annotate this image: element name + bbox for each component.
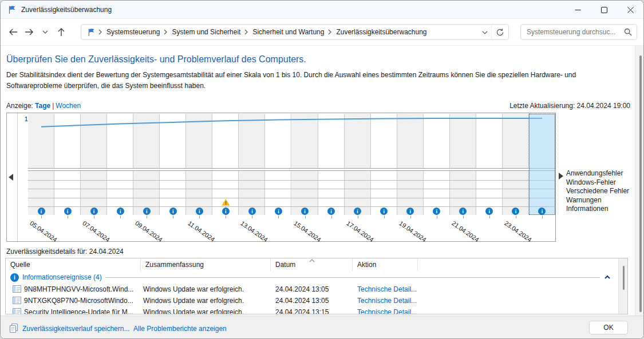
date-label: 11.04.2024 bbox=[187, 220, 216, 243]
row-source: Security Intelligence-Update für M... bbox=[24, 308, 139, 314]
selected-day-highlight[interactable] bbox=[529, 114, 555, 215]
legend-row-label: Verschiedene Fehler bbox=[566, 187, 629, 196]
date-label: 09.04.2024 bbox=[134, 220, 164, 243]
date-tick bbox=[437, 216, 437, 218]
event-rows-plot[interactable] bbox=[28, 170, 555, 215]
date-tick bbox=[199, 216, 200, 218]
information-event-icon[interactable] bbox=[64, 208, 72, 215]
close-icon bbox=[627, 7, 634, 13]
breadcrumb-item[interactable]: System und Sicherheit bbox=[171, 28, 242, 36]
technical-details-link[interactable]: Technische Detail... bbox=[357, 285, 417, 293]
reliability-monitor-window: Zuverlässigkeitsüberwachung bbox=[0, 0, 644, 339]
table-scrollbar[interactable] bbox=[618, 258, 628, 314]
maximize-icon bbox=[601, 7, 607, 13]
row-date: 24.04.2024 13:05 bbox=[275, 285, 329, 293]
date-label: 21.04.2024 bbox=[451, 220, 480, 243]
navigation-bar: SystemsteuerungSystem und SicherheitSich… bbox=[1, 19, 643, 46]
information-event-icon[interactable] bbox=[38, 208, 45, 215]
page-scrollbar-thumb[interactable] bbox=[639, 55, 642, 312]
up-button[interactable] bbox=[53, 24, 69, 40]
refresh-button[interactable] bbox=[491, 25, 508, 39]
breadcrumb-chevron-icon bbox=[164, 29, 168, 35]
table-row[interactable]: 9N8MHTPHNGVV-Microsoft.Wind...Windows Up… bbox=[6, 284, 618, 295]
information-event-icon[interactable] bbox=[301, 208, 309, 215]
date-label: 17.04.2024 bbox=[345, 220, 375, 243]
footer-bar: Zuverlässigkeitsverlauf speichern... All… bbox=[1, 316, 644, 339]
information-event-icon[interactable] bbox=[222, 208, 230, 215]
stability-index-line bbox=[28, 114, 555, 169]
view-separator: | bbox=[52, 102, 54, 110]
search-input[interactable] bbox=[521, 28, 624, 36]
information-event-icon[interactable] bbox=[117, 208, 124, 215]
row-date: 24.04.2024 13:15 bbox=[275, 308, 329, 314]
maximize-button[interactable] bbox=[591, 1, 617, 19]
date-tick bbox=[384, 216, 385, 218]
table-row[interactable]: 9NTXGKQ8P7N0-MicrosoftWindo...Windows Up… bbox=[6, 295, 618, 306]
minimize-button[interactable] bbox=[564, 1, 591, 19]
information-event-icon[interactable] bbox=[196, 208, 203, 215]
technical-details-link[interactable]: Technische Detail... bbox=[357, 308, 417, 314]
table-row[interactable]: Security Intelligence-Update für M...Win… bbox=[6, 306, 618, 314]
page-scrollbar[interactable] bbox=[635, 46, 644, 316]
breadcrumb-chevron-icon bbox=[328, 29, 332, 35]
page-title: Überprüfen Sie den Zuverlässigkeits- und… bbox=[6, 54, 306, 65]
minimize-icon bbox=[575, 7, 581, 13]
chart-scroll-right-arrow[interactable] bbox=[559, 173, 563, 180]
details-table: Quelle Zusammenfassung Datum Aktion Info… bbox=[5, 258, 628, 314]
view-weeks-link[interactable]: Wochen bbox=[56, 102, 81, 110]
search-icon[interactable] bbox=[624, 28, 632, 36]
information-event-icon[interactable] bbox=[275, 208, 282, 215]
view-switcher: Anzeige: Tage|Wochen bbox=[6, 102, 81, 110]
table-header: Quelle Zusammenfassung Datum Aktion bbox=[6, 258, 627, 271]
breadcrumb-chevron-icon bbox=[244, 29, 248, 35]
info-icon bbox=[10, 273, 19, 282]
breadcrumb-item[interactable]: Sicherheit und Wartung bbox=[251, 28, 325, 36]
group-row-information-events[interactable]: Informationsereignisse (4) bbox=[6, 272, 614, 282]
address-bar[interactable]: SystemsteuerungSystem und SicherheitSich… bbox=[81, 24, 509, 40]
information-event-icon[interactable] bbox=[90, 208, 98, 215]
save-reliability-history-link[interactable]: Zuverlässigkeitsverlauf speichern... bbox=[22, 325, 129, 333]
main-content: Überprüfen Sie den Zuverlässigkeits- und… bbox=[1, 46, 644, 316]
collapse-group-icon[interactable] bbox=[603, 274, 611, 281]
row-grid-line bbox=[28, 206, 555, 207]
date-tick bbox=[94, 216, 94, 218]
breadcrumb-item[interactable]: Zuverlässigkeitsüberwachung bbox=[335, 28, 428, 36]
technical-details-link[interactable]: Technische Detail... bbox=[357, 297, 417, 305]
stability-chart[interactable]: 10 5 1 05.04.202407.04.202409.04.202411.… bbox=[6, 113, 556, 242]
close-button[interactable] bbox=[617, 1, 643, 19]
date-tick bbox=[41, 216, 42, 218]
forward-icon bbox=[25, 28, 34, 36]
date-label: 19.04.2024 bbox=[398, 220, 428, 243]
date-tick bbox=[252, 216, 252, 218]
date-tick bbox=[226, 216, 226, 218]
view-days-link[interactable]: Tage bbox=[35, 102, 50, 110]
row-summary: Windows Update war erfolgreich. bbox=[143, 308, 244, 314]
legend-row-label: Windows-Fehler bbox=[566, 178, 629, 188]
date-label: 13.04.2024 bbox=[240, 220, 270, 243]
chart-scroll-left-arrow[interactable] bbox=[9, 174, 13, 181]
date-tick bbox=[147, 216, 147, 218]
ok-button[interactable]: OK bbox=[589, 321, 628, 334]
address-dropdown-button[interactable] bbox=[482, 28, 488, 36]
information-event-icon[interactable] bbox=[169, 208, 177, 215]
date-tick bbox=[278, 216, 279, 218]
row-summary: Windows Update war erfolgreich. bbox=[143, 297, 244, 305]
title-bar: Zuverlässigkeitsüberwachung bbox=[1, 1, 643, 19]
table-scrollbar-thumb[interactable] bbox=[623, 266, 625, 290]
information-event-icon[interactable] bbox=[248, 208, 256, 215]
breadcrumb: SystemsteuerungSystem und SicherheitSich… bbox=[96, 28, 482, 36]
column-header-quelle[interactable]: Quelle bbox=[6, 258, 140, 271]
legend-row-label: Informationen bbox=[566, 205, 629, 214]
breadcrumb-item[interactable]: Systemsteuerung bbox=[105, 28, 161, 36]
row-grid-line bbox=[28, 180, 555, 181]
date-label: 15.04.2024 bbox=[293, 220, 322, 243]
recent-locations-button[interactable] bbox=[37, 24, 53, 40]
row-source: 9N8MHTPHNGVV-Microsoft.Wind... bbox=[24, 285, 139, 293]
back-button[interactable] bbox=[5, 24, 21, 40]
forward-button[interactable] bbox=[21, 24, 37, 40]
show-all-problem-reports-link[interactable]: Alle Problemberichte anzeigen bbox=[133, 325, 227, 333]
information-event-icon[interactable] bbox=[143, 208, 151, 215]
column-header-aktion[interactable]: Aktion bbox=[352, 258, 417, 271]
page-description: Der Stabilitätsindex dient der Bewertung… bbox=[6, 70, 630, 91]
column-header-zusammenfassung[interactable]: Zusammenfassung bbox=[140, 258, 270, 271]
